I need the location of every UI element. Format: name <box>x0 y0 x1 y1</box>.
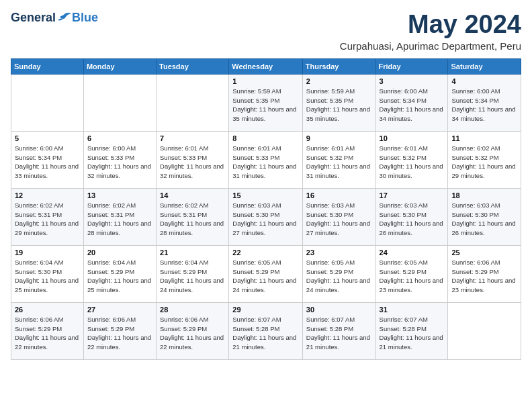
calendar-cell: 14Sunrise: 6:02 AMSunset: 5:31 PMDayligh… <box>157 188 229 245</box>
day-info: Sunrise: 6:04 AMSunset: 5:30 PMDaylight:… <box>15 258 80 295</box>
weekday-header-row: SundayMondayTuesdayWednesdayThursdayFrid… <box>11 58 521 74</box>
day-info: Sunrise: 6:05 AMSunset: 5:29 PMDaylight:… <box>380 258 445 295</box>
day-number: 27 <box>87 306 152 314</box>
calendar-cell <box>448 302 521 359</box>
day-info: Sunrise: 5:59 AMSunset: 5:35 PMDaylight:… <box>232 87 299 124</box>
day-info: Sunrise: 6:01 AMSunset: 5:33 PMDaylight:… <box>232 144 299 181</box>
day-info: Sunrise: 6:00 AMSunset: 5:34 PMDaylight:… <box>15 144 80 181</box>
calendar-cell: 15Sunrise: 6:03 AMSunset: 5:30 PMDayligh… <box>229 188 303 245</box>
day-info: Sunrise: 6:02 AMSunset: 5:31 PMDaylight:… <box>160 201 225 238</box>
weekday-header-thursday: Thursday <box>302 58 375 74</box>
day-info: Sunrise: 6:07 AMSunset: 5:28 PMDaylight:… <box>232 315 299 352</box>
day-number: 16 <box>306 191 372 199</box>
calendar-cell: 30Sunrise: 6:07 AMSunset: 5:28 PMDayligh… <box>302 302 375 359</box>
day-number: 31 <box>380 306 445 314</box>
day-info: Sunrise: 6:01 AMSunset: 5:32 PMDaylight:… <box>306 144 372 181</box>
calendar-cell: 31Sunrise: 6:07 AMSunset: 5:28 PMDayligh… <box>375 302 448 359</box>
day-info: Sunrise: 6:03 AMSunset: 5:30 PMDaylight:… <box>232 201 299 238</box>
day-number: 14 <box>160 191 225 199</box>
day-info: Sunrise: 6:04 AMSunset: 5:29 PMDaylight:… <box>87 258 152 295</box>
logo: General Blue <box>11 11 98 25</box>
day-number: 24 <box>380 248 445 257</box>
day-number: 7 <box>160 134 225 142</box>
day-info: Sunrise: 6:06 AMSunset: 5:29 PMDaylight:… <box>160 315 225 352</box>
calendar-cell: 8Sunrise: 6:01 AMSunset: 5:33 PMDaylight… <box>229 131 303 188</box>
day-info: Sunrise: 6:07 AMSunset: 5:28 PMDaylight:… <box>306 315 372 352</box>
day-info: Sunrise: 6:03 AMSunset: 5:30 PMDaylight:… <box>306 201 372 238</box>
calendar-header: SundayMondayTuesdayWednesdayThursdayFrid… <box>11 58 521 74</box>
day-info: Sunrise: 6:02 AMSunset: 5:31 PMDaylight:… <box>15 201 80 238</box>
calendar-cell: 17Sunrise: 6:03 AMSunset: 5:30 PMDayligh… <box>375 188 448 245</box>
day-number: 30 <box>306 306 372 314</box>
day-info: Sunrise: 6:04 AMSunset: 5:29 PMDaylight:… <box>160 258 225 295</box>
day-info: Sunrise: 6:00 AMSunset: 5:34 PMDaylight:… <box>380 87 445 124</box>
day-info: Sunrise: 6:06 AMSunset: 5:29 PMDaylight:… <box>15 315 80 352</box>
day-number: 18 <box>451 191 517 199</box>
calendar-week-4: 19Sunrise: 6:04 AMSunset: 5:30 PMDayligh… <box>11 245 521 302</box>
calendar-cell: 18Sunrise: 6:03 AMSunset: 5:30 PMDayligh… <box>448 188 521 245</box>
day-number: 13 <box>87 191 152 199</box>
day-info: Sunrise: 6:00 AMSunset: 5:33 PMDaylight:… <box>87 144 152 181</box>
day-number: 3 <box>380 77 445 85</box>
calendar-table: SundayMondayTuesdayWednesdayThursdayFrid… <box>11 58 521 360</box>
day-info: Sunrise: 6:06 AMSunset: 5:29 PMDaylight:… <box>87 315 152 352</box>
logo-bird-icon <box>56 12 71 24</box>
day-number: 25 <box>451 248 517 257</box>
day-number: 10 <box>380 134 445 142</box>
day-number: 5 <box>15 134 80 142</box>
day-info: Sunrise: 6:05 AMSunset: 5:29 PMDaylight:… <box>232 258 299 295</box>
day-info: Sunrise: 6:01 AMSunset: 5:33 PMDaylight:… <box>160 144 225 181</box>
calendar-cell: 21Sunrise: 6:04 AMSunset: 5:29 PMDayligh… <box>157 245 229 302</box>
calendar-cell <box>11 74 84 131</box>
calendar-cell: 7Sunrise: 6:01 AMSunset: 5:33 PMDaylight… <box>157 131 229 188</box>
calendar-cell <box>83 74 156 131</box>
weekday-header-friday: Friday <box>375 58 448 74</box>
calendar-cell: 2Sunrise: 5:59 AMSunset: 5:35 PMDaylight… <box>302 74 375 131</box>
calendar-cell: 4Sunrise: 6:00 AMSunset: 5:34 PMDaylight… <box>448 74 521 131</box>
calendar-cell: 1Sunrise: 5:59 AMSunset: 5:35 PMDaylight… <box>229 74 303 131</box>
calendar-cell: 23Sunrise: 6:05 AMSunset: 5:29 PMDayligh… <box>302 245 375 302</box>
calendar-cell: 25Sunrise: 6:06 AMSunset: 5:29 PMDayligh… <box>448 245 521 302</box>
weekday-header-saturday: Saturday <box>448 58 521 74</box>
day-info: Sunrise: 5:59 AMSunset: 5:35 PMDaylight:… <box>306 87 372 124</box>
calendar-week-5: 26Sunrise: 6:06 AMSunset: 5:29 PMDayligh… <box>11 302 521 359</box>
title-block: May 2024 Curpahuasi, Apurimac Department… <box>340 11 521 52</box>
calendar-cell: 3Sunrise: 6:00 AMSunset: 5:34 PMDaylight… <box>375 74 448 131</box>
calendar-body: 1Sunrise: 5:59 AMSunset: 5:35 PMDaylight… <box>11 74 521 359</box>
calendar-cell <box>157 74 229 131</box>
day-number: 15 <box>232 191 299 199</box>
day-info: Sunrise: 6:00 AMSunset: 5:34 PMDaylight:… <box>451 87 517 124</box>
calendar-cell: 29Sunrise: 6:07 AMSunset: 5:28 PMDayligh… <box>229 302 303 359</box>
day-number: 28 <box>160 306 225 314</box>
month-title: May 2024 <box>340 11 521 39</box>
calendar-cell: 24Sunrise: 6:05 AMSunset: 5:29 PMDayligh… <box>375 245 448 302</box>
weekday-header-wednesday: Wednesday <box>229 58 303 74</box>
day-number: 2 <box>306 77 372 85</box>
day-number: 26 <box>15 306 80 314</box>
logo-blue-text: Blue <box>72 11 98 25</box>
calendar-cell: 16Sunrise: 6:03 AMSunset: 5:30 PMDayligh… <box>302 188 375 245</box>
day-number: 11 <box>451 134 517 142</box>
day-number: 29 <box>232 306 299 314</box>
day-number: 8 <box>232 134 299 142</box>
day-number: 9 <box>306 134 372 142</box>
day-number: 12 <box>15 191 80 199</box>
weekday-header-sunday: Sunday <box>11 58 84 74</box>
day-number: 1 <box>232 77 299 85</box>
day-number: 4 <box>451 77 517 85</box>
calendar-cell: 27Sunrise: 6:06 AMSunset: 5:29 PMDayligh… <box>83 302 156 359</box>
day-number: 19 <box>15 248 80 257</box>
day-info: Sunrise: 6:01 AMSunset: 5:32 PMDaylight:… <box>380 144 445 181</box>
calendar-cell: 12Sunrise: 6:02 AMSunset: 5:31 PMDayligh… <box>11 188 84 245</box>
day-number: 17 <box>380 191 445 199</box>
weekday-header-monday: Monday <box>83 58 156 74</box>
calendar-cell: 28Sunrise: 6:06 AMSunset: 5:29 PMDayligh… <box>157 302 229 359</box>
page-header: General Blue May 2024 Curpahuasi, Apurim… <box>11 11 521 52</box>
calendar-week-1: 1Sunrise: 5:59 AMSunset: 5:35 PMDaylight… <box>11 74 521 131</box>
day-info: Sunrise: 6:02 AMSunset: 5:32 PMDaylight:… <box>451 144 517 181</box>
day-info: Sunrise: 6:03 AMSunset: 5:30 PMDaylight:… <box>451 201 517 238</box>
calendar-cell: 22Sunrise: 6:05 AMSunset: 5:29 PMDayligh… <box>229 245 303 302</box>
calendar-cell: 11Sunrise: 6:02 AMSunset: 5:32 PMDayligh… <box>448 131 521 188</box>
day-info: Sunrise: 6:02 AMSunset: 5:31 PMDaylight:… <box>87 201 152 238</box>
calendar-week-3: 12Sunrise: 6:02 AMSunset: 5:31 PMDayligh… <box>11 188 521 245</box>
